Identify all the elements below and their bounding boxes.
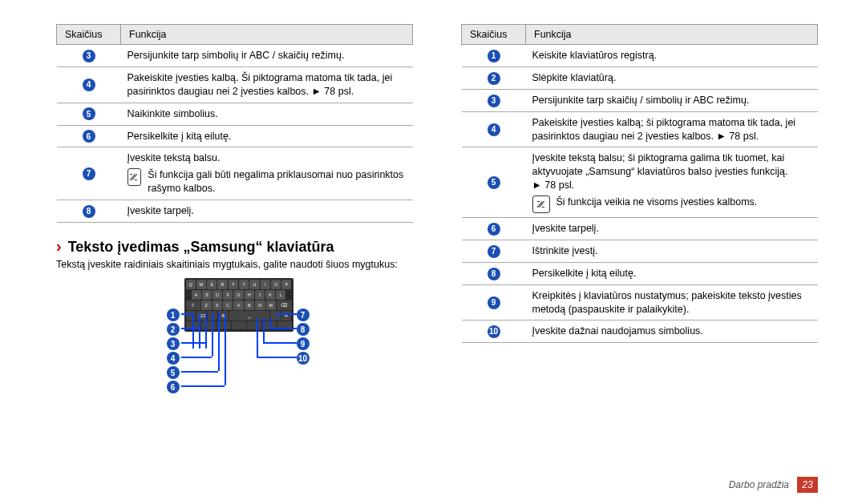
row-function: Kreipkitės į klaviatūros nustatymus; pak… [526, 284, 818, 321]
circled-number-6: 6 [488, 223, 500, 236]
circled-number-8: 8 [488, 268, 500, 280]
circled-number-4: 4 [83, 79, 95, 91]
circled-number-5: 5 [488, 176, 500, 189]
table-row: 8Persikelkite į kitą eilutę. [462, 262, 818, 284]
table-row: 4Pakeiskite įvesties kalbą. Ši piktogram… [57, 67, 413, 103]
table-row: 7Ištrinkite įvestį. [462, 240, 818, 262]
circled-number-8: 8 [83, 205, 95, 218]
row-function: Persikelkite į kitą eilutę. [526, 262, 818, 284]
row-number: 10 [462, 321, 526, 343]
chevron-icon: › [56, 237, 62, 256]
callout-3: 3 [167, 336, 180, 349]
table-row: 4Pakeiskite įvesties kalbą; ši piktogram… [462, 111, 818, 147]
table-row: 2Slėpkite klaviatūrą. [462, 67, 818, 89]
circled-number-7: 7 [83, 167, 95, 180]
circled-number-3: 3 [83, 50, 95, 62]
callout-5: 5 [167, 365, 180, 377]
row-function: Slėpkite klaviatūrą. [526, 67, 818, 89]
page-number: 23 [797, 477, 818, 493]
row-number: 7 [57, 147, 121, 200]
row-function: Įveskite tekstą balsu; ši piktograma gal… [526, 147, 818, 218]
row-function: Persijunkite tarp simbolių ir ABC / skai… [121, 45, 413, 67]
row-number: 7 [462, 240, 526, 262]
row-number: 4 [462, 111, 526, 147]
page-footer: Darbo pradžia 23 [729, 477, 818, 493]
table-row: 10Įveskite dažnai naudojamus simbolius. [462, 321, 818, 343]
row-number: 5 [462, 147, 526, 218]
circled-number-8: 8 [297, 323, 310, 336]
row-function: Įveskite tekstą balsu.Ši funkcija gali b… [121, 147, 413, 200]
circled-number-4: 4 [167, 352, 180, 365]
circled-number-7: 7 [297, 308, 310, 321]
circled-number-2: 2 [488, 72, 500, 85]
circled-number-10: 10 [297, 352, 310, 365]
row-function: Persikelkite į kitą eilutę. [121, 125, 413, 147]
table-row: 8Įveskite tarpelį. [57, 200, 413, 223]
callout-2: 2 [167, 321, 180, 334]
table-row: 6Įveskite tarpelį. [462, 218, 818, 240]
circled-number-5: 5 [167, 366, 180, 379]
circled-number-6: 6 [83, 130, 95, 143]
row-number: 3 [57, 45, 121, 67]
th-function: Funkcija [121, 25, 413, 45]
row-number: 4 [57, 67, 121, 103]
row-function: Persijunkite tarp skaičių / simbolių ir … [526, 89, 818, 111]
row-number: 3 [462, 89, 526, 111]
row-function: Įveskite dažnai naudojamus simbolius. [526, 321, 818, 343]
note-icon [532, 196, 550, 213]
table-row: 6Persikelkite į kitą eilutę. [57, 125, 413, 147]
row-number: 9 [462, 284, 526, 321]
circled-number-5: 5 [83, 107, 95, 120]
row-function: Ištrinkite įvestį. [526, 240, 818, 262]
row-number: 8 [462, 262, 526, 284]
table-row: 5Naikinkite simbolius. [57, 103, 413, 125]
row-number: 2 [462, 67, 526, 89]
row-function: Naikinkite simbolius. [121, 103, 413, 125]
callout-7: 7 [297, 307, 310, 320]
table-row: 1Keiskite klaviatūros registrą. [462, 45, 818, 67]
row-number: 8 [57, 200, 121, 223]
circled-number-3: 3 [488, 95, 500, 107]
th-function: Funkcija [526, 25, 818, 45]
callout-6: 6 [167, 379, 180, 392]
circled-number-1: 1 [488, 50, 500, 62]
callout-1: 1 [167, 307, 180, 320]
table-row: 3Persijunkite tarp simbolių ir ABC / ska… [57, 45, 413, 67]
circled-number-4: 4 [488, 123, 500, 136]
callout-8: 8 [297, 321, 310, 334]
circled-number-2: 2 [167, 323, 180, 336]
row-function: Keiskite klaviatūros registrą. [526, 45, 818, 67]
circled-number-6: 6 [167, 381, 180, 393]
circled-number-7: 7 [488, 245, 500, 258]
table-row: 9Kreipkitės į klaviatūros nustatymus; pa… [462, 284, 818, 321]
th-number: Skaičius [57, 25, 121, 45]
callout-4: 4 [167, 350, 180, 363]
right-function-table: Skaičius Funkcija 1Keiskite klaviatūros … [461, 24, 818, 343]
note-text: Ši funkcija gali būti negalima priklauso… [148, 168, 406, 196]
circled-number-3: 3 [167, 337, 180, 350]
circled-number-1: 1 [167, 308, 180, 321]
row-number: 6 [462, 218, 526, 240]
circled-number-10: 10 [488, 325, 500, 338]
section-title: Teksto įvedimas „Samsung“ klaviatūra [68, 239, 334, 256]
row-number: 1 [462, 45, 526, 67]
section-text: Tekstą įveskite raidiniais skaitiniais m… [56, 259, 413, 270]
table-row: 5Įveskite tekstą balsu; ši piktograma ga… [462, 147, 818, 218]
circled-number-9: 9 [488, 296, 500, 309]
row-function: Pakeiskite įvesties kalbą; ši piktograma… [526, 111, 818, 147]
th-number: Skaičius [462, 25, 526, 45]
note-icon [127, 168, 142, 186]
left-function-table: Skaičius Funkcija 3Persijunkite tarp sim… [56, 24, 413, 223]
row-number: 5 [57, 103, 121, 125]
callout-10: 10 [297, 350, 310, 363]
keyboard-diagram: QWERTYUIOPASDFGHJKL⇧ZXCVBNM⌫123⚙␣.↵ 1234… [135, 278, 335, 422]
callout-9: 9 [297, 336, 310, 349]
row-number: 6 [57, 125, 121, 147]
note-text: Ši funkcija veikia ne visoms įvesties ka… [556, 196, 758, 209]
table-row: 3Persijunkite tarp skaičių / simbolių ir… [462, 89, 818, 111]
row-function: Įveskite tarpelį. [121, 200, 413, 223]
row-function: Įveskite tarpelį. [526, 218, 818, 240]
circled-number-9: 9 [297, 337, 310, 350]
table-row: 7Įveskite tekstą balsu.Ši funkcija gali … [57, 147, 413, 200]
footer-section-label: Darbo pradžia [729, 479, 789, 490]
